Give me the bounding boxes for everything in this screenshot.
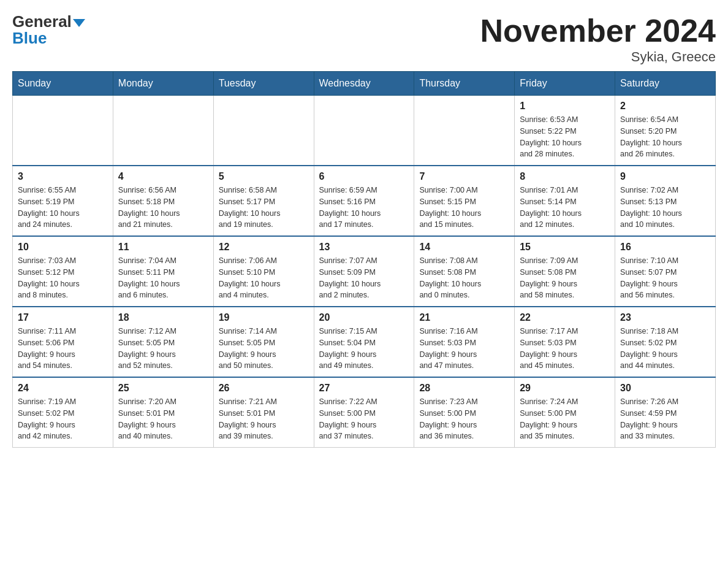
calendar-cell: 15Sunrise: 7:09 AM Sunset: 5:08 PM Dayli…: [515, 236, 615, 307]
logo-blue: Blue: [12, 29, 47, 48]
day-number: 5: [219, 171, 309, 182]
calendar-cell: 10Sunrise: 7:03 AM Sunset: 5:12 PM Dayli…: [13, 236, 113, 307]
day-number: 16: [620, 242, 710, 253]
day-info: Sunrise: 7:15 AM Sunset: 5:04 PM Dayligh…: [319, 326, 409, 372]
calendar-cell: 2Sunrise: 6:54 AM Sunset: 5:20 PM Daylig…: [615, 96, 716, 166]
logo: General Blue: [12, 12, 85, 48]
calendar-header-row: SundayMondayTuesdayWednesdayThursdayFrid…: [13, 72, 716, 96]
day-info: Sunrise: 7:23 AM Sunset: 5:00 PM Dayligh…: [419, 396, 509, 442]
day-number: 30: [620, 383, 710, 394]
day-info: Sunrise: 7:07 AM Sunset: 5:09 PM Dayligh…: [319, 255, 409, 301]
calendar-cell: 18Sunrise: 7:12 AM Sunset: 5:05 PM Dayli…: [113, 307, 213, 377]
calendar-cell: [113, 96, 213, 166]
calendar-cell: 17Sunrise: 7:11 AM Sunset: 5:06 PM Dayli…: [13, 307, 113, 377]
calendar-cell: 25Sunrise: 7:20 AM Sunset: 5:01 PM Dayli…: [113, 377, 213, 448]
calendar-cell: 29Sunrise: 7:24 AM Sunset: 5:00 PM Dayli…: [515, 377, 615, 448]
calendar-week-row: 10Sunrise: 7:03 AM Sunset: 5:12 PM Dayli…: [13, 236, 716, 307]
day-info: Sunrise: 7:00 AM Sunset: 5:15 PM Dayligh…: [419, 185, 509, 231]
calendar-cell: 19Sunrise: 7:14 AM Sunset: 5:05 PM Dayli…: [213, 307, 314, 377]
month-title: November 2024: [480, 12, 716, 49]
day-number: 12: [219, 242, 309, 253]
day-number: 1: [520, 101, 610, 112]
day-number: 25: [118, 383, 208, 394]
calendar-cell: 11Sunrise: 7:04 AM Sunset: 5:11 PM Dayli…: [113, 236, 213, 307]
day-info: Sunrise: 7:17 AM Sunset: 5:03 PM Dayligh…: [520, 326, 610, 372]
calendar-week-row: 17Sunrise: 7:11 AM Sunset: 5:06 PM Dayli…: [13, 307, 716, 377]
title-section: November 2024 Sykia, Greece: [480, 12, 716, 65]
calendar-cell: 13Sunrise: 7:07 AM Sunset: 5:09 PM Dayli…: [314, 236, 414, 307]
day-number: 13: [319, 242, 409, 253]
calendar-week-row: 24Sunrise: 7:19 AM Sunset: 5:02 PM Dayli…: [13, 377, 716, 448]
calendar-cell: 22Sunrise: 7:17 AM Sunset: 5:03 PM Dayli…: [515, 307, 615, 377]
page-header: General Blue November 2024 Sykia, Greece: [12, 12, 716, 65]
day-number: 21: [419, 312, 509, 323]
day-info: Sunrise: 7:10 AM Sunset: 5:07 PM Dayligh…: [620, 255, 710, 301]
day-number: 20: [319, 312, 409, 323]
day-info: Sunrise: 7:16 AM Sunset: 5:03 PM Dayligh…: [419, 326, 509, 372]
calendar-cell: 24Sunrise: 7:19 AM Sunset: 5:02 PM Dayli…: [13, 377, 113, 448]
day-number: 24: [18, 383, 108, 394]
calendar-cell: 28Sunrise: 7:23 AM Sunset: 5:00 PM Dayli…: [414, 377, 515, 448]
day-number: 23: [620, 312, 710, 323]
day-info: Sunrise: 7:09 AM Sunset: 5:08 PM Dayligh…: [520, 255, 610, 301]
calendar-cell: 16Sunrise: 7:10 AM Sunset: 5:07 PM Dayli…: [615, 236, 716, 307]
calendar-cell: 8Sunrise: 7:01 AM Sunset: 5:14 PM Daylig…: [515, 166, 615, 236]
day-info: Sunrise: 7:21 AM Sunset: 5:01 PM Dayligh…: [219, 396, 309, 442]
day-number: 26: [219, 383, 309, 394]
calendar-cell: 6Sunrise: 6:59 AM Sunset: 5:16 PM Daylig…: [314, 166, 414, 236]
calendar-cell: 21Sunrise: 7:16 AM Sunset: 5:03 PM Dayli…: [414, 307, 515, 377]
calendar-cell: [314, 96, 414, 166]
calendar-cell: 7Sunrise: 7:00 AM Sunset: 5:15 PM Daylig…: [414, 166, 515, 236]
day-info: Sunrise: 7:19 AM Sunset: 5:02 PM Dayligh…: [18, 396, 108, 442]
day-info: Sunrise: 6:58 AM Sunset: 5:17 PM Dayligh…: [219, 185, 309, 231]
calendar-cell: 23Sunrise: 7:18 AM Sunset: 5:02 PM Dayli…: [615, 307, 716, 377]
calendar-day-header: Thursday: [414, 72, 515, 96]
day-info: Sunrise: 6:55 AM Sunset: 5:19 PM Dayligh…: [18, 185, 108, 231]
calendar-day-header: Wednesday: [314, 72, 414, 96]
day-info: Sunrise: 7:26 AM Sunset: 4:59 PM Dayligh…: [620, 396, 710, 442]
day-number: 8: [520, 171, 610, 182]
day-info: Sunrise: 7:03 AM Sunset: 5:12 PM Dayligh…: [18, 255, 108, 301]
day-number: 11: [118, 242, 208, 253]
day-info: Sunrise: 7:24 AM Sunset: 5:00 PM Dayligh…: [520, 396, 610, 442]
day-info: Sunrise: 6:56 AM Sunset: 5:18 PM Dayligh…: [118, 185, 208, 231]
calendar-cell: 3Sunrise: 6:55 AM Sunset: 5:19 PM Daylig…: [13, 166, 113, 236]
day-info: Sunrise: 7:12 AM Sunset: 5:05 PM Dayligh…: [118, 326, 208, 372]
day-number: 14: [419, 242, 509, 253]
calendar-cell: 30Sunrise: 7:26 AM Sunset: 4:59 PM Dayli…: [615, 377, 716, 448]
calendar-cell: [213, 96, 314, 166]
day-number: 28: [419, 383, 509, 394]
calendar-cell: 26Sunrise: 7:21 AM Sunset: 5:01 PM Dayli…: [213, 377, 314, 448]
day-info: Sunrise: 7:02 AM Sunset: 5:13 PM Dayligh…: [620, 185, 710, 231]
day-info: Sunrise: 7:06 AM Sunset: 5:10 PM Dayligh…: [219, 255, 309, 301]
location-text: Sykia, Greece: [480, 49, 716, 65]
day-number: 19: [219, 312, 309, 323]
calendar-cell: 14Sunrise: 7:08 AM Sunset: 5:08 PM Dayli…: [414, 236, 515, 307]
calendar-cell: 27Sunrise: 7:22 AM Sunset: 5:00 PM Dayli…: [314, 377, 414, 448]
calendar-cell: 4Sunrise: 6:56 AM Sunset: 5:18 PM Daylig…: [113, 166, 213, 236]
calendar-week-row: 1Sunrise: 6:53 AM Sunset: 5:22 PM Daylig…: [13, 96, 716, 166]
calendar-cell: 9Sunrise: 7:02 AM Sunset: 5:13 PM Daylig…: [615, 166, 716, 236]
day-info: Sunrise: 7:01 AM Sunset: 5:14 PM Dayligh…: [520, 185, 610, 231]
day-info: Sunrise: 7:04 AM Sunset: 5:11 PM Dayligh…: [118, 255, 208, 301]
day-info: Sunrise: 6:59 AM Sunset: 5:16 PM Dayligh…: [319, 185, 409, 231]
calendar-cell: [414, 96, 515, 166]
calendar-day-header: Tuesday: [213, 72, 314, 96]
calendar-table: SundayMondayTuesdayWednesdayThursdayFrid…: [12, 71, 716, 448]
day-number: 3: [18, 171, 108, 182]
day-number: 4: [118, 171, 208, 182]
day-info: Sunrise: 7:18 AM Sunset: 5:02 PM Dayligh…: [620, 326, 710, 372]
day-info: Sunrise: 7:14 AM Sunset: 5:05 PM Dayligh…: [219, 326, 309, 372]
calendar-day-header: Sunday: [13, 72, 113, 96]
logo-triangle-icon: [73, 19, 85, 27]
calendar-cell: 1Sunrise: 6:53 AM Sunset: 5:22 PM Daylig…: [515, 96, 615, 166]
day-info: Sunrise: 7:20 AM Sunset: 5:01 PM Dayligh…: [118, 396, 208, 442]
day-info: Sunrise: 6:53 AM Sunset: 5:22 PM Dayligh…: [520, 114, 610, 160]
day-info: Sunrise: 7:11 AM Sunset: 5:06 PM Dayligh…: [18, 326, 108, 372]
calendar-day-header: Saturday: [615, 72, 716, 96]
day-number: 22: [520, 312, 610, 323]
calendar-day-header: Monday: [113, 72, 213, 96]
day-number: 18: [118, 312, 208, 323]
day-number: 2: [620, 101, 710, 112]
day-number: 27: [319, 383, 409, 394]
